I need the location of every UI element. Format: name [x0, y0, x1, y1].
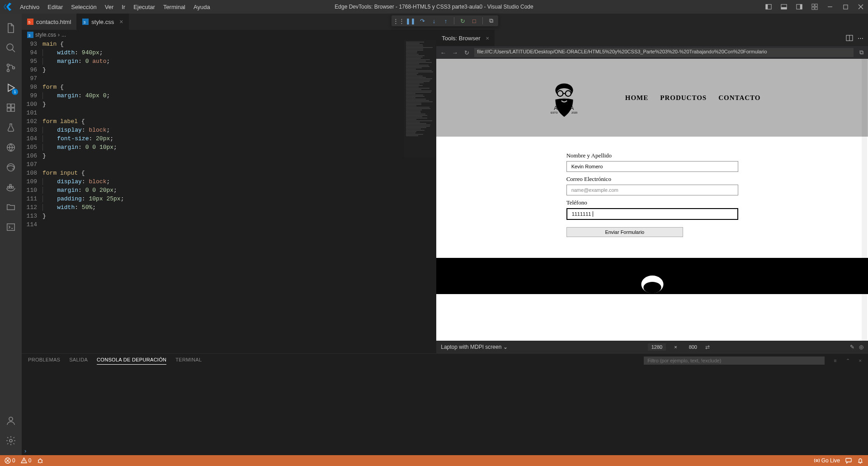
- step-over-icon[interactable]: ↷: [419, 17, 426, 24]
- minimap[interactable]: [404, 40, 436, 157]
- status-debug-icon[interactable]: [37, 457, 44, 464]
- minimize-icon[interactable]: [826, 3, 834, 10]
- settings-gear-icon[interactable]: [0, 431, 22, 451]
- logo-sub-left: ESTD: [551, 111, 558, 114]
- input-name[interactable]: Kevin Romero: [566, 161, 738, 172]
- editor-split: 3 style.css › ... 9394959697989910010110…: [22, 30, 868, 353]
- viewport-width[interactable]: 1280: [648, 343, 666, 351]
- testing-icon[interactable]: [0, 118, 22, 138]
- source-control-icon[interactable]: [0, 58, 22, 78]
- status-feedback-icon[interactable]: [845, 457, 852, 464]
- terminal-icon[interactable]: [0, 217, 22, 237]
- step-into-icon[interactable]: ↓: [430, 17, 438, 24]
- docker-icon[interactable]: [0, 177, 22, 197]
- status-errors[interactable]: 0: [5, 457, 15, 464]
- layout-customize-icon[interactable]: [811, 3, 818, 10]
- drag-handle-icon[interactable]: ⋮⋮: [395, 17, 402, 24]
- menu-ir[interactable]: Ir: [118, 2, 129, 12]
- accounts-icon[interactable]: [0, 411, 22, 431]
- nav-home[interactable]: HOME: [625, 94, 649, 102]
- svg-rect-5: [800, 5, 802, 10]
- nav-productos[interactable]: PRODUCTOS: [660, 94, 707, 102]
- reload-icon[interactable]: ↻: [462, 48, 471, 57]
- close-icon[interactable]: [857, 3, 864, 10]
- url-bar[interactable]: file:///C:/Users/LATITUDE/Desktop/ONE-OR…: [474, 48, 854, 57]
- titlebar: ArchivoEditarSelecciónVerIrEjecutarTermi…: [0, 0, 868, 14]
- tab-browser-label: Tools: Browser: [442, 35, 480, 42]
- folder-icon[interactable]: [0, 197, 22, 217]
- inspect-element-icon[interactable]: ✎: [850, 344, 854, 350]
- run-debug-icon[interactable]: 1: [0, 78, 22, 98]
- open-external-icon[interactable]: ⧉: [857, 48, 865, 57]
- menu-selección[interactable]: Selección: [67, 2, 100, 12]
- svg-rect-26: [9, 186, 11, 188]
- device-settings-icon[interactable]: ◎: [859, 344, 863, 350]
- tab-style-css[interactable]: 3style.css×: [77, 14, 129, 30]
- menu-ayuda[interactable]: Ayuda: [190, 2, 214, 12]
- panel-tab-consola-de-depuración[interactable]: CONSOLA DE DEPURACIÓN: [97, 357, 166, 365]
- window-controls: [765, 3, 864, 10]
- layout-panel-bottom-icon[interactable]: [780, 3, 788, 10]
- maximize-icon[interactable]: [842, 3, 849, 10]
- code-editor[interactable]: 9394959697989910010110210310410510610710…: [22, 40, 436, 353]
- step-out-icon[interactable]: ↑: [442, 17, 449, 24]
- input-email[interactable]: name@example.com: [566, 185, 738, 195]
- layout-panel-left-icon[interactable]: [765, 3, 772, 10]
- menu-ver[interactable]: Ver: [101, 2, 118, 12]
- window-title: Edge DevTools: Browser - 1768-HTML5 y CS…: [335, 4, 533, 10]
- preview-scrollbar[interactable]: [862, 59, 867, 341]
- edge-icon[interactable]: [0, 157, 22, 177]
- tab-contacto-html[interactable]: 5contacto.html: [22, 14, 77, 30]
- split-editor-icon[interactable]: [846, 34, 853, 42]
- explorer-icon[interactable]: [0, 18, 22, 38]
- status-go-live[interactable]: Go Live: [814, 457, 840, 464]
- svg-point-17: [7, 70, 9, 72]
- tab-close-icon[interactable]: ×: [486, 35, 490, 42]
- tab-close-icon[interactable]: ×: [119, 18, 123, 25]
- layout-panel-right-icon[interactable]: [796, 3, 803, 10]
- breadcrumb[interactable]: 3 style.css › ...: [22, 30, 436, 40]
- panel-close-icon[interactable]: ×: [859, 358, 862, 363]
- menu-editar[interactable]: Editar: [44, 2, 66, 12]
- panel-tab-salida[interactable]: SALIDA: [69, 357, 88, 364]
- menu-ejecutar[interactable]: Ejecutar: [130, 2, 159, 12]
- back-icon[interactable]: ←: [439, 48, 447, 57]
- menu-terminal[interactable]: Terminal: [160, 2, 189, 12]
- debug-console-body[interactable]: [22, 367, 868, 446]
- status-warnings[interactable]: 0: [21, 457, 32, 464]
- svg-point-30: [9, 417, 13, 421]
- submit-button[interactable]: Enviar Formulario: [566, 227, 683, 237]
- device-name[interactable]: Laptop with MDPI screen ⌄: [441, 344, 507, 350]
- extensions-icon[interactable]: [0, 98, 22, 118]
- forward-icon[interactable]: →: [451, 48, 459, 57]
- svg-text:3: 3: [28, 33, 31, 38]
- nav-contacto[interactable]: CONTACTO: [718, 94, 760, 102]
- viewport-height[interactable]: 800: [685, 343, 701, 351]
- input-phone[interactable]: 1111111: [566, 208, 738, 220]
- restart-icon[interactable]: ↻: [459, 17, 466, 24]
- rotate-icon[interactable]: ⇄: [705, 344, 710, 350]
- site-nav: HOMEPRODUCTOSCONTACTO: [625, 94, 761, 102]
- svg-point-16: [7, 64, 9, 67]
- menu-archivo[interactable]: Archivo: [16, 2, 43, 12]
- devtools-toggle-icon[interactable]: ⧉: [487, 17, 495, 24]
- search-icon[interactable]: [0, 38, 22, 58]
- browser-preview[interactable]: ALURA ESTD 2020 HOMEPRODUCTOSCONTACTO No…: [436, 59, 868, 341]
- svg-text:3: 3: [84, 20, 86, 24]
- panel-settings-icon[interactable]: ≡: [834, 358, 836, 363]
- more-actions-icon[interactable]: ⋯: [858, 35, 863, 42]
- panel-tab-terminal[interactable]: TERMINAL: [175, 357, 202, 364]
- stop-icon[interactable]: □: [471, 17, 478, 24]
- live-server-icon[interactable]: [0, 138, 22, 157]
- svg-line-55: [38, 462, 39, 463]
- svg-line-53: [38, 460, 39, 461]
- main-area: 5contacto.html3style.css× ⋮⋮ ❚❚ ↷ ↓ ↑ ↻ …: [22, 14, 868, 455]
- panel-tab-problemas[interactable]: PROBLEMAS: [28, 357, 60, 364]
- debug-console-input-row[interactable]: ›: [22, 446, 868, 455]
- status-bell-icon[interactable]: [857, 457, 863, 464]
- svg-rect-11: [843, 5, 847, 9]
- panel-collapse-icon[interactable]: ⌃: [846, 358, 850, 364]
- pause-icon[interactable]: ❚❚: [407, 17, 414, 24]
- tab-browser[interactable]: Tools: Browser ×: [436, 30, 495, 46]
- panel-filter-input[interactable]: [644, 357, 825, 365]
